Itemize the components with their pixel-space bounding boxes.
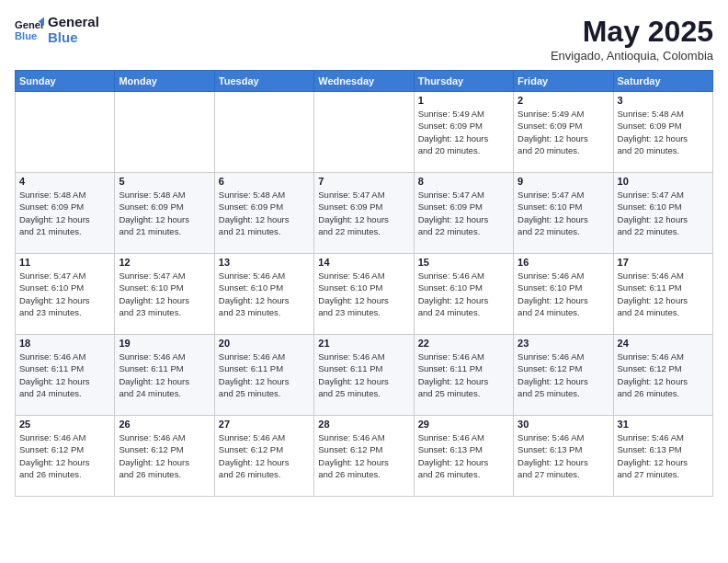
day-cell: 26Sunrise: 5:46 AMSunset: 6:12 PMDayligh… [115, 416, 214, 497]
day-cell [314, 92, 414, 173]
svg-text:Blue: Blue [15, 29, 37, 40]
day-number: 10 [618, 176, 709, 187]
day-cell [115, 92, 214, 173]
day-number: 18 [19, 338, 110, 349]
weekday-header-saturday: Saturday [613, 71, 712, 92]
month-title: May 2025 [551, 15, 713, 49]
week-row-1: 1Sunrise: 5:49 AMSunset: 6:09 PMDaylight… [16, 92, 713, 173]
day-cell: 6Sunrise: 5:48 AMSunset: 6:09 PMDaylight… [214, 173, 313, 254]
day-cell [16, 92, 115, 173]
day-cell: 27Sunrise: 5:46 AMSunset: 6:12 PMDayligh… [214, 416, 313, 497]
day-cell: 20Sunrise: 5:46 AMSunset: 6:11 PMDayligh… [214, 335, 313, 416]
day-number: 17 [618, 257, 709, 268]
day-info: Sunrise: 5:48 AMSunset: 6:09 PMDaylight:… [19, 189, 110, 237]
day-info: Sunrise: 5:46 AMSunset: 6:13 PMDaylight:… [418, 431, 509, 480]
day-cell: 4Sunrise: 5:48 AMSunset: 6:09 PMDaylight… [16, 173, 115, 254]
logo-line1: General [48, 15, 99, 30]
day-number: 1 [418, 95, 509, 106]
day-cell: 11Sunrise: 5:47 AMSunset: 6:10 PMDayligh… [16, 254, 115, 335]
day-info: Sunrise: 5:46 AMSunset: 6:12 PMDaylight:… [518, 350, 609, 399]
day-cell: 10Sunrise: 5:47 AMSunset: 6:10 PMDayligh… [613, 173, 712, 254]
title-block: May 2025 Envigado, Antioquia, Colombia [551, 15, 713, 63]
day-number: 30 [518, 419, 609, 430]
day-cell: 31Sunrise: 5:46 AMSunset: 6:13 PMDayligh… [613, 416, 712, 497]
day-info: Sunrise: 5:46 AMSunset: 6:12 PMDaylight:… [618, 350, 709, 399]
day-cell: 7Sunrise: 5:47 AMSunset: 6:09 PMDaylight… [314, 173, 414, 254]
day-number: 29 [418, 419, 509, 430]
week-row-3: 11Sunrise: 5:47 AMSunset: 6:10 PMDayligh… [16, 254, 713, 335]
day-cell: 28Sunrise: 5:46 AMSunset: 6:12 PMDayligh… [314, 416, 414, 497]
day-cell: 24Sunrise: 5:46 AMSunset: 6:12 PMDayligh… [613, 335, 712, 416]
weekday-header-wednesday: Wednesday [314, 71, 414, 92]
day-cell: 19Sunrise: 5:46 AMSunset: 6:11 PMDayligh… [115, 335, 214, 416]
day-number: 14 [318, 257, 409, 268]
subtitle: Envigado, Antioquia, Colombia [551, 49, 713, 63]
day-cell: 17Sunrise: 5:46 AMSunset: 6:11 PMDayligh… [613, 254, 712, 335]
day-number: 11 [19, 257, 110, 268]
weekday-header-tuesday: Tuesday [214, 71, 313, 92]
day-info: Sunrise: 5:48 AMSunset: 6:09 PMDaylight:… [219, 189, 310, 237]
week-row-2: 4Sunrise: 5:48 AMSunset: 6:09 PMDaylight… [16, 173, 713, 254]
day-info: Sunrise: 5:46 AMSunset: 6:11 PMDaylight:… [318, 350, 409, 399]
day-cell: 14Sunrise: 5:46 AMSunset: 6:10 PMDayligh… [314, 254, 414, 335]
day-cell: 18Sunrise: 5:46 AMSunset: 6:11 PMDayligh… [16, 335, 115, 416]
day-info: Sunrise: 5:46 AMSunset: 6:11 PMDaylight:… [618, 270, 709, 318]
day-number: 31 [618, 419, 709, 430]
day-info: Sunrise: 5:46 AMSunset: 6:12 PMDaylight:… [19, 431, 110, 480]
day-cell: 2Sunrise: 5:49 AMSunset: 6:09 PMDaylight… [514, 92, 613, 173]
day-cell: 1Sunrise: 5:49 AMSunset: 6:09 PMDaylight… [414, 92, 513, 173]
day-number: 5 [119, 176, 210, 187]
day-number: 20 [219, 338, 310, 349]
day-cell: 16Sunrise: 5:46 AMSunset: 6:10 PMDayligh… [514, 254, 613, 335]
day-info: Sunrise: 5:47 AMSunset: 6:10 PMDaylight:… [618, 189, 709, 237]
day-info: Sunrise: 5:46 AMSunset: 6:13 PMDaylight:… [618, 431, 709, 480]
day-info: Sunrise: 5:46 AMSunset: 6:10 PMDaylight:… [219, 270, 310, 318]
day-number: 13 [219, 257, 310, 268]
day-info: Sunrise: 5:46 AMSunset: 6:11 PMDaylight:… [219, 350, 310, 399]
day-number: 25 [19, 419, 110, 430]
day-number: 8 [418, 176, 509, 187]
weekday-header-friday: Friday [514, 71, 613, 92]
day-info: Sunrise: 5:46 AMSunset: 6:12 PMDaylight:… [119, 431, 210, 480]
day-info: Sunrise: 5:49 AMSunset: 6:09 PMDaylight:… [518, 108, 609, 156]
logo-icon: General Blue [15, 16, 44, 45]
day-cell [214, 92, 313, 173]
day-cell: 23Sunrise: 5:46 AMSunset: 6:12 PMDayligh… [514, 335, 613, 416]
day-cell: 30Sunrise: 5:46 AMSunset: 6:13 PMDayligh… [514, 416, 613, 497]
weekday-header-row: SundayMondayTuesdayWednesdayThursdayFrid… [16, 71, 713, 92]
day-info: Sunrise: 5:48 AMSunset: 6:09 PMDaylight:… [618, 108, 709, 156]
day-number: 21 [318, 338, 409, 349]
day-number: 26 [119, 419, 210, 430]
day-info: Sunrise: 5:47 AMSunset: 6:09 PMDaylight:… [418, 189, 509, 237]
calendar-table: SundayMondayTuesdayWednesdayThursdayFrid… [15, 70, 713, 497]
day-info: Sunrise: 5:47 AMSunset: 6:10 PMDaylight:… [518, 189, 609, 237]
logo-line2: Blue [48, 30, 99, 46]
day-cell: 3Sunrise: 5:48 AMSunset: 6:09 PMDaylight… [613, 92, 712, 173]
day-number: 28 [318, 419, 409, 430]
day-number: 3 [618, 95, 709, 106]
day-info: Sunrise: 5:46 AMSunset: 6:10 PMDaylight:… [518, 270, 609, 318]
day-info: Sunrise: 5:46 AMSunset: 6:11 PMDaylight:… [119, 350, 210, 399]
day-info: Sunrise: 5:46 AMSunset: 6:11 PMDaylight:… [19, 350, 110, 399]
day-number: 24 [618, 338, 709, 349]
day-number: 22 [418, 338, 509, 349]
day-info: Sunrise: 5:46 AMSunset: 6:10 PMDaylight:… [418, 270, 509, 318]
page-header: General Blue General Blue May 2025 Envig… [15, 15, 713, 63]
day-info: Sunrise: 5:48 AMSunset: 6:09 PMDaylight:… [119, 189, 210, 237]
day-cell: 8Sunrise: 5:47 AMSunset: 6:09 PMDaylight… [414, 173, 513, 254]
day-number: 7 [318, 176, 409, 187]
day-number: 19 [119, 338, 210, 349]
day-number: 12 [119, 257, 210, 268]
week-row-5: 25Sunrise: 5:46 AMSunset: 6:12 PMDayligh… [16, 416, 713, 497]
day-cell: 22Sunrise: 5:46 AMSunset: 6:11 PMDayligh… [414, 335, 513, 416]
day-cell: 21Sunrise: 5:46 AMSunset: 6:11 PMDayligh… [314, 335, 414, 416]
day-number: 15 [418, 257, 509, 268]
day-info: Sunrise: 5:47 AMSunset: 6:09 PMDaylight:… [318, 189, 409, 237]
day-info: Sunrise: 5:46 AMSunset: 6:12 PMDaylight:… [219, 431, 310, 480]
day-info: Sunrise: 5:47 AMSunset: 6:10 PMDaylight:… [119, 270, 210, 318]
logo: General Blue General Blue [15, 15, 99, 45]
day-cell: 9Sunrise: 5:47 AMSunset: 6:10 PMDaylight… [514, 173, 613, 254]
day-number: 16 [518, 257, 609, 268]
weekday-header-thursday: Thursday [414, 71, 513, 92]
day-number: 27 [219, 419, 310, 430]
